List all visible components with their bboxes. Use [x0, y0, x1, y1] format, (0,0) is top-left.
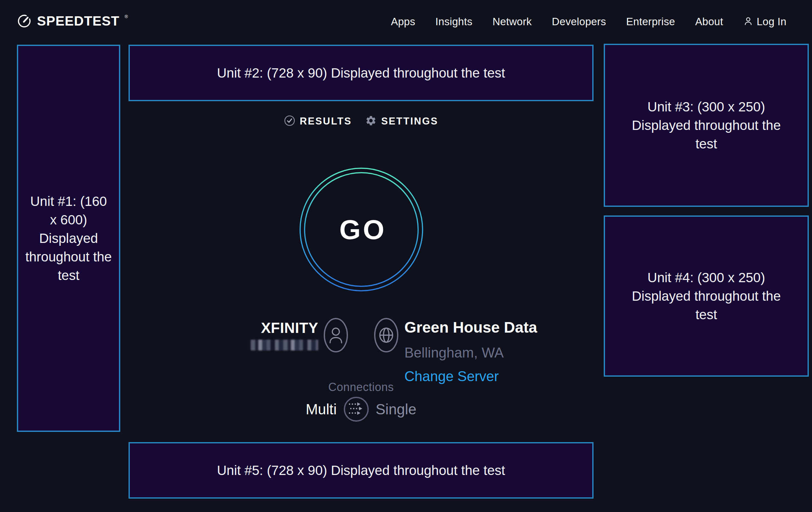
login-button[interactable]: Log In — [743, 16, 786, 28]
nav-item-developers[interactable]: Developers — [552, 16, 606, 28]
nav-item-enterprise[interactable]: Enterprise — [626, 16, 675, 28]
ad-unit-3-rectangle[interactable]: Unit #3: (300 x 250) Displayed throughou… — [604, 44, 809, 207]
ad-unit-4-rectangle[interactable]: Unit #4: (300 x 250) Displayed throughou… — [604, 215, 809, 377]
check-circle-icon — [284, 115, 295, 128]
nav-item-apps[interactable]: Apps — [391, 16, 415, 28]
ad-unit-1-skyscraper[interactable]: Unit #1: (160 x 600) Displayed throughou… — [17, 45, 120, 432]
go-button-label: GO — [299, 167, 424, 292]
ad-unit-2-top-banner[interactable]: Unit #2: (728 x 90) Displayed throughout… — [128, 45, 593, 101]
logo-text: SPEEDTEST — [37, 14, 120, 29]
person-circle-icon — [323, 317, 349, 353]
globe-circle-icon — [373, 317, 399, 353]
server-location: Bellingham, WA — [404, 345, 537, 361]
tab-results-label: RESULTS — [300, 115, 352, 127]
logo-trademark: ® — [125, 14, 128, 19]
results-settings-tabs: RESULTS SETTINGS — [128, 115, 593, 128]
nav-item-insights[interactable]: Insights — [435, 16, 472, 28]
go-button[interactable]: GO — [299, 167, 424, 292]
multi-arrows-icon — [346, 399, 366, 420]
connections-multi-label[interactable]: Multi — [306, 401, 337, 418]
connections-single-label[interactable]: Single — [376, 401, 416, 418]
speedtest-logo[interactable]: SPEEDTEST ® — [17, 14, 128, 30]
main-nav: Apps Insights Network Developers Enterpr… — [391, 16, 786, 28]
connections-title: Connections — [128, 380, 593, 394]
ad-unit-5-bottom-banner[interactable]: Unit #5: (728 x 90) Displayed throughout… — [128, 442, 593, 498]
isp-name[interactable]: XFINITY — [261, 319, 318, 336]
isp-info: XFINITY — [251, 319, 318, 350]
server-info: Green House Data Bellingham, WA Change S… — [404, 319, 537, 384]
server-name: Green House Data — [404, 319, 537, 336]
ad-unit-4-label: Unit #4: (300 x 250) Displayed throughou… — [628, 268, 785, 324]
tab-results[interactable]: RESULTS — [284, 115, 352, 128]
tab-settings-label: SETTINGS — [381, 115, 438, 127]
person-icon — [743, 16, 753, 27]
speedtest-gauge-icon — [17, 14, 32, 30]
connections-toggle[interactable] — [344, 397, 369, 422]
speedtest-page: SPEEDTEST ® Apps Insights Network Develo… — [0, 0, 812, 512]
gear-icon — [365, 115, 377, 128]
nav-item-network[interactable]: Network — [492, 16, 532, 28]
connections-row: Multi Single — [128, 397, 593, 422]
login-label: Log In — [756, 16, 786, 28]
ad-unit-3-label: Unit #3: (300 x 250) Displayed throughou… — [628, 98, 785, 153]
header: SPEEDTEST ® Apps Insights Network Develo… — [0, 0, 812, 44]
ad-unit-2-label: Unit #2: (728 x 90) Displayed throughout… — [217, 64, 505, 82]
tab-settings[interactable]: SETTINGS — [365, 115, 438, 128]
ad-unit-1-label: Unit #1: (160 x 600) Displayed throughou… — [25, 192, 112, 285]
ad-unit-5-label: Unit #5: (728 x 90) Displayed throughout… — [217, 461, 505, 480]
ip-address-redacted — [251, 340, 318, 350]
nav-item-about[interactable]: About — [695, 16, 723, 28]
